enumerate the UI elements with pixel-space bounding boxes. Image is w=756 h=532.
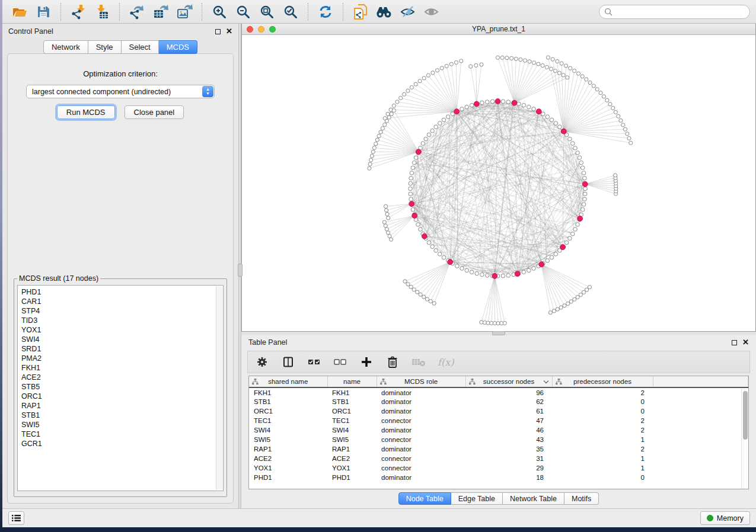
add-column-button[interactable] xyxy=(359,354,374,370)
network-titlebar[interactable]: YPA_prune.txt_1 xyxy=(242,24,755,35)
zoom-selected-button[interactable] xyxy=(279,2,302,22)
column-header-predecessor-nodes[interactable]: predecessor nodes xyxy=(552,376,653,387)
deselect-all-button[interactable] xyxy=(333,354,347,370)
table-cell: ORC1 xyxy=(327,406,377,416)
criterion-dropdown[interactable]: largest connected component (undirected)… xyxy=(26,85,215,98)
duplicate-network-button[interactable] xyxy=(349,2,372,22)
search-input[interactable] xyxy=(615,8,745,16)
list-item[interactable]: STB5 xyxy=(21,382,223,392)
refresh-layout-button[interactable] xyxy=(314,2,337,22)
run-mcds-button[interactable]: Run MCDS xyxy=(57,105,115,119)
list-item[interactable]: STB1 xyxy=(21,411,223,420)
zoom-out-button[interactable] xyxy=(232,2,254,22)
mcds-result-list[interactable]: PHD1CAR1STP4TID3YOX1SWI4SRD1PMA2FKH1ACE2… xyxy=(17,285,224,491)
vertical-splitter[interactable] xyxy=(238,24,241,508)
tab-select[interactable]: Select xyxy=(122,40,159,54)
list-item[interactable]: GCR1 xyxy=(21,439,223,448)
search-network-button[interactable] xyxy=(373,2,395,22)
tab-style[interactable]: Style xyxy=(88,40,122,54)
table-cell: STB1 xyxy=(327,397,377,406)
export-image-button[interactable] xyxy=(173,2,196,22)
table-row[interactable]: ORC1ORC1dominator610 xyxy=(249,406,748,416)
table-cell: 2 xyxy=(552,387,653,397)
splitter-handle[interactable] xyxy=(238,264,243,277)
select-all-button[interactable] xyxy=(307,354,321,370)
trash-icon xyxy=(387,356,398,368)
table-cell: 2 xyxy=(552,425,653,435)
table-cell: 2 xyxy=(552,416,653,425)
table-cell: PHD1 xyxy=(327,473,377,482)
float-panel-icon[interactable] xyxy=(215,29,221,34)
list-item[interactable]: PMA2 xyxy=(21,354,223,363)
zoom-out-icon xyxy=(235,4,251,20)
tab-network[interactable]: Network xyxy=(43,40,88,54)
splitter-handle[interactable] xyxy=(492,331,505,335)
table-scrollbar-thumb[interactable] xyxy=(743,391,748,440)
list-item[interactable]: YOX1 xyxy=(21,325,223,335)
memory-button[interactable]: Memory xyxy=(700,511,750,525)
list-item[interactable]: SWI5 xyxy=(21,420,223,430)
tab-edge-table[interactable]: Edge Table xyxy=(451,492,503,505)
table-cell: 31 xyxy=(465,454,552,463)
list-item[interactable]: ACE2 xyxy=(21,373,223,382)
table-cell: dominator xyxy=(377,473,465,482)
table-row[interactable]: SWI5SWI5connector431 xyxy=(249,435,748,444)
toolbar-separator xyxy=(343,3,343,21)
table-column-icon xyxy=(469,379,476,386)
save-session-button[interactable] xyxy=(32,2,55,22)
export-table-button[interactable] xyxy=(149,2,172,22)
list-item[interactable]: SRD1 xyxy=(21,344,223,354)
list-scrollbar[interactable] xyxy=(216,286,222,490)
list-item[interactable]: CAR1 xyxy=(21,297,223,306)
tab-mcds[interactable]: MCDS xyxy=(159,40,197,54)
close-panel-icon[interactable]: ✕ xyxy=(742,339,749,345)
import-table-button[interactable] xyxy=(91,2,113,22)
column-header-MCDS-role[interactable]: MCDS role xyxy=(377,376,465,387)
show-all-button[interactable] xyxy=(420,2,443,22)
table-scrollbar[interactable] xyxy=(741,389,748,489)
list-item[interactable]: ORC1 xyxy=(21,392,223,401)
list-item[interactable]: FKH1 xyxy=(21,363,223,373)
gear-icon xyxy=(256,356,268,368)
list-item[interactable]: SWI4 xyxy=(21,335,223,344)
hide-selected-button[interactable] xyxy=(397,2,419,22)
table-row[interactable]: TEC1TEC1connector472 xyxy=(249,416,748,425)
table-row[interactable]: PHD1PHD1dominator180 xyxy=(249,473,748,482)
export-network-button[interactable] xyxy=(126,2,148,22)
column-header-successor-nodes[interactable]: successor nodes xyxy=(465,376,552,387)
function-builder-button[interactable]: f(x) xyxy=(438,354,454,370)
column-header-shared-name[interactable]: shared name xyxy=(249,376,327,387)
table-row[interactable]: YOX1YOX1connector291 xyxy=(249,463,748,473)
tab-network-table[interactable]: Network Table xyxy=(503,492,564,505)
task-history-button[interactable] xyxy=(8,511,24,525)
delete-column-button[interactable] xyxy=(385,354,400,370)
import-network-button[interactable] xyxy=(67,2,90,22)
global-search-box[interactable] xyxy=(599,5,750,19)
list-item[interactable]: TEC1 xyxy=(21,430,223,439)
column-view-button[interactable] xyxy=(281,354,295,370)
table-row[interactable]: ACE2ACE2connector311 xyxy=(249,454,748,463)
table-row[interactable]: STB1STB1dominator620 xyxy=(249,397,748,406)
open-file-button[interactable] xyxy=(8,2,31,22)
column-header-name[interactable]: name xyxy=(327,376,377,387)
close-panel-icon[interactable]: ✕ xyxy=(226,28,232,34)
table-row[interactable]: SWI4SWI4dominator462 xyxy=(249,425,748,435)
list-item[interactable]: RAP1 xyxy=(21,401,223,411)
zoom-fit-button[interactable] xyxy=(256,2,278,22)
network-canvas[interactable] xyxy=(242,35,755,331)
list-item[interactable]: STP4 xyxy=(21,306,223,316)
table-settings-button[interactable] xyxy=(255,354,269,370)
list-item[interactable]: TID3 xyxy=(21,316,223,325)
horizontal-splitter[interactable] xyxy=(241,332,756,335)
delete-table-button[interactable] xyxy=(412,354,426,370)
float-panel-icon[interactable] xyxy=(732,340,737,345)
table-row[interactable]: RAP1RAP1dominator352 xyxy=(249,444,748,454)
table-cell: STB1 xyxy=(249,397,327,406)
close-panel-button[interactable]: Close panel xyxy=(125,105,184,119)
list-item[interactable]: PHD1 xyxy=(21,287,223,297)
zoom-in-button[interactable] xyxy=(208,2,231,22)
tab-motifs[interactable]: Motifs xyxy=(564,492,599,505)
tab-node-table[interactable]: Node Table xyxy=(398,492,451,505)
search-icon xyxy=(604,8,613,16)
table-row[interactable]: FKH1FKH1dominator962 xyxy=(249,387,748,397)
